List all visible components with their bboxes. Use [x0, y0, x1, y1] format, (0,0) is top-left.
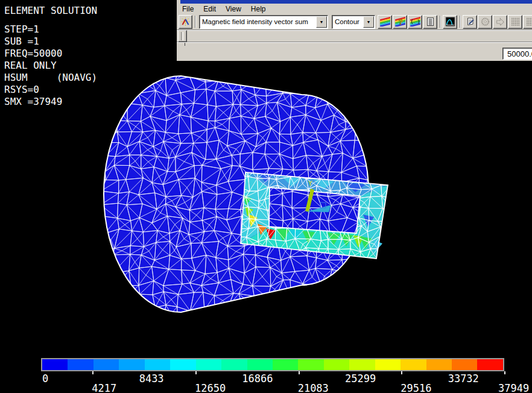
- result-item-combobox[interactable]: Magnetic field intensity vector sum ▼: [199, 15, 328, 29]
- contour-plot-button[interactable]: [378, 15, 392, 29]
- chevron-down-icon[interactable]: ▼: [316, 16, 327, 28]
- colorbar-segment: [477, 359, 502, 370]
- colorbar-segment: [196, 359, 221, 370]
- dots-grid-icon: [510, 17, 521, 27]
- window-titlebar-strip: [180, 0, 532, 4]
- colorbar-segment: [375, 359, 401, 370]
- frequency-slider-handle[interactable]: [178, 30, 187, 42]
- result-item-value: Magnetic field intensity vector sum: [200, 18, 316, 25]
- menu-help[interactable]: Help: [246, 4, 271, 14]
- chevron-down-icon[interactable]: ▼: [363, 16, 374, 28]
- paper-pen-icon: [465, 17, 475, 27]
- result-annotations: ELEMENT SOLUTIONSTEP=1SUB =1FREQ=50000RE…: [4, 5, 97, 108]
- ansys-plot-icon: [180, 17, 191, 27]
- mesh-display-button[interactable]: [508, 15, 522, 29]
- svg-text:?: ?: [398, 18, 402, 27]
- colorbar-segment: [119, 359, 144, 370]
- mesh-display-2-button[interactable]: [523, 15, 532, 29]
- colorbar-segment: [170, 359, 195, 370]
- menu-edit[interactable]: Edit: [198, 4, 221, 14]
- colorbar-segment: [145, 359, 170, 370]
- stipple-circle-icon: [480, 17, 490, 27]
- report-generator-button[interactable]: [463, 15, 477, 29]
- contour-bands-icon: [380, 17, 390, 27]
- toolbar-buttons: ?: [378, 15, 532, 29]
- contour-animate-icon: [410, 17, 420, 27]
- graph-curve-icon: [445, 17, 455, 27]
- annotation-line: SMX =37949: [4, 96, 97, 108]
- contour-query-icon: ?: [395, 17, 405, 27]
- annotation-line: SUB =1: [4, 36, 97, 48]
- frequency-input[interactable]: [502, 48, 532, 60]
- toolbar-separator: [440, 16, 441, 28]
- annotation-line: FREQ=50000: [4, 48, 97, 60]
- colorbar-label: 4217: [92, 382, 116, 393]
- plot-controls-button[interactable]: [179, 15, 192, 29]
- colorbar-segment: [426, 359, 452, 370]
- colorbar-label: 0: [42, 373, 48, 385]
- graph-plot-button[interactable]: [443, 15, 457, 29]
- toolbar-row: Magnetic field intensity vector sum ▼ Co…: [179, 14, 532, 29]
- colorbar-label: 8433: [139, 373, 164, 385]
- colorbar-label: 29516: [401, 382, 431, 393]
- colorbar-tick: [504, 371, 505, 374]
- list-icon: [425, 17, 435, 27]
- colorbar-segment: [221, 359, 247, 370]
- list-results-button[interactable]: [423, 15, 437, 29]
- colorbar-segment: [68, 359, 93, 370]
- colorbar-label: 16866: [242, 373, 273, 385]
- utility-menu-panel: FileEditViewHelp Magnetic field intensit…: [177, 0, 532, 63]
- annotation-line: HSUM (NOAVG): [4, 72, 97, 84]
- colorbar-segment: [298, 359, 323, 370]
- query-results-button[interactable]: ?: [393, 15, 407, 29]
- colorbar-label: 21083: [298, 382, 329, 393]
- menu-bar: FileEditViewHelp: [177, 4, 271, 14]
- colorbar-label: 12650: [195, 382, 226, 393]
- colorbar-label: 33732: [448, 373, 479, 385]
- plot-style-combobox[interactable]: Contour ▼: [332, 15, 375, 29]
- restore-image-button[interactable]: [493, 15, 507, 29]
- colorbar-tick: [195, 371, 197, 374]
- colorbar-tick: [401, 371, 402, 374]
- annotation-line: STEP=1: [4, 24, 97, 36]
- ansys-application-window: Y ELEMENT SOLUTIONSTEP=1SUB =1FREQ=50000…: [0, 0, 532, 393]
- colorbar-tick: [92, 371, 93, 374]
- colorbar-segment: [349, 359, 375, 370]
- animate-results-button[interactable]: [408, 15, 422, 29]
- toolbar-separator: [460, 16, 461, 28]
- slider-tick: [185, 43, 185, 46]
- colorbar-segment: [273, 359, 298, 370]
- frequency-slider-track[interactable]: [177, 30, 532, 42]
- colorbar-segment: [324, 359, 349, 370]
- plot-style-value: Contour: [332, 18, 363, 25]
- colorbar-segment: [452, 359, 477, 370]
- annotation-line: RSYS=0: [4, 84, 97, 96]
- colorbar-segment: [247, 359, 273, 370]
- dots-grid-icon: [525, 17, 532, 27]
- triad-y-label: Y: [308, 180, 312, 187]
- legend-colorbar: [41, 358, 504, 371]
- menu-file[interactable]: File: [177, 4, 198, 14]
- colorbar-label: 25299: [345, 373, 376, 385]
- menu-view[interactable]: View: [221, 4, 246, 14]
- colorbar-segment: [401, 359, 426, 370]
- colorbar-segment: [42, 359, 68, 370]
- annotation-line: REAL ONLY: [4, 60, 97, 72]
- stipple-arrow-icon: [495, 17, 505, 27]
- toolbar-separator: [195, 16, 196, 28]
- capture-image-button[interactable]: [478, 15, 492, 29]
- colorbar-tick: [299, 371, 300, 374]
- colorbar-segment: [93, 359, 119, 370]
- colorbar-label: 37949: [498, 382, 529, 393]
- annotation-line: ELEMENT SOLUTION: [4, 5, 97, 17]
